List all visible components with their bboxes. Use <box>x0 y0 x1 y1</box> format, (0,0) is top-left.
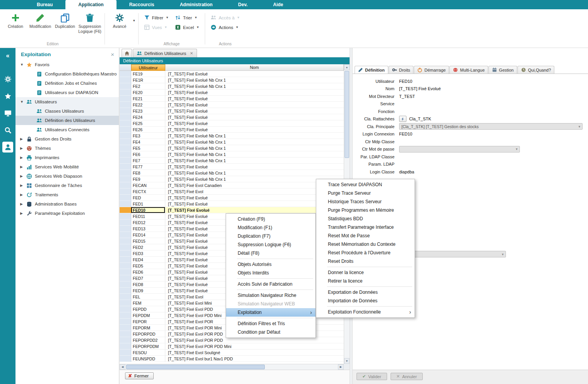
tree-item-gestion-des-droits[interactable]: ▶Gestion des Droits <box>15 134 119 144</box>
menu-item-simulation-navigateur-web[interactable]: Simulation Navigateur WEB <box>226 300 315 308</box>
select-cla-principale[interactable]: [Cla_T_STK] [T_TEST] Gestion des stocks▾ <box>399 123 583 130</box>
vues-button[interactable]: Vues▼ <box>144 24 169 30</box>
tab-definition-utilisateurs[interactable]: Définition Utilisateurs × <box>133 49 197 57</box>
chevron-down-icon[interactable]: ▼ <box>20 100 26 104</box>
table-row[interactable]: FE1R[T_TEST] Fixé Evolué Nb Cnx 1 <box>120 77 344 83</box>
chevron-right-icon[interactable]: ▶ <box>20 174 26 178</box>
tree-item-services-web-diapason[interactable]: ▶Services Web Diapason <box>15 171 119 181</box>
table-row[interactable]: FE7[T_TEST] Fixé Evolué Nb Cnx 1 <box>120 158 344 164</box>
horizontal-scrollbar[interactable]: ◀ ▶ <box>120 364 344 370</box>
menu-item-modification-f1[interactable]: Modification (F1) <box>226 223 315 232</box>
menubar-item-administration[interactable]: Administration <box>167 0 225 9</box>
fermer-button[interactable]: ✘ Fermer <box>125 372 154 379</box>
valider-button[interactable]: ✔ Valider <box>357 373 387 380</box>
creation-button[interactable]: Création <box>3 11 28 30</box>
table-row[interactable]: FE2[T_TEST] Fixé Evolué Nb Cnx 1 <box>120 83 344 89</box>
chevron-right-icon[interactable]: ▶ <box>20 183 26 187</box>
tab-home[interactable] <box>122 49 132 57</box>
table-row[interactable]: FE23[T_TEST] Fixé Evolué <box>120 108 344 114</box>
submenu-item-reset-droits[interactable]: Reset Droits <box>316 257 415 266</box>
menubar-item-aide[interactable]: Aide <box>261 0 296 9</box>
table-row[interactable]: FECAN[T_TEST] Fixé Evol Canadien <box>120 182 344 189</box>
chevron-right-icon[interactable]: ▶ <box>20 211 26 215</box>
menu-item-detail-f8[interactable]: Détail (F8) <box>226 249 315 257</box>
table-row[interactable]: FE24[T_TEST] Fixé Evolué <box>120 114 344 120</box>
collapse-panel-icon[interactable]: « <box>2 50 13 61</box>
tree-item-utilisateurs-sur-diapason[interactable]: Utilisateurs sur DIAPASON <box>15 88 119 97</box>
table-row[interactable]: FE21[T_TEST] Fixé Evolué <box>120 96 344 102</box>
scroll-left-icon[interactable]: ◀ <box>120 364 125 370</box>
submenu-item-importation-de-donnees[interactable]: Importation de Données <box>316 297 415 305</box>
menubar-item-application[interactable]: Application <box>65 0 116 9</box>
tree-item-configuration-bibliotheques-maestro[interactable]: Configuration Bibliothèques Maestro <box>15 69 119 79</box>
chevron-right-icon[interactable]: ▶ <box>20 165 26 169</box>
table-row[interactable]: FE8[T_TEST] Fixé Evolué Nb Cnx 1 <box>120 170 344 176</box>
submenu-item-transfert-parametrage-interface[interactable]: Transfert Parametrage Interface <box>316 223 415 231</box>
filtrer-button[interactable]: Filtrer▼ <box>144 15 169 21</box>
tab-multi-langue[interactable]: Multi-Langue <box>449 66 488 74</box>
chevron-right-icon[interactable]: ▶ <box>20 202 26 206</box>
table-row[interactable]: FE9[T_TEST] Fixé Evolué Nb Cnx 1 <box>120 176 344 182</box>
table-row[interactable]: FESOU[T_TEST] Fixé Evol Souligné <box>120 350 344 356</box>
table-row[interactable]: FEPORPDD2[T_TEST] Fixé Evol POR PDD <box>120 337 344 343</box>
table-row[interactable]: FECTX[T_TEST] Fixé Evol <box>120 189 344 195</box>
menu-item-suppression-logique-f6[interactable]: Suppression Logique (F6) <box>226 240 315 249</box>
tab-definition[interactable]: Définition <box>355 66 388 74</box>
table-row[interactable]: FE22[T_TEST] Fixé Evolué <box>120 102 344 108</box>
table-row[interactable]: FE4[T_TEST] Fixé Evolué Nb Cnx 1 <box>120 139 344 145</box>
close-tab-icon[interactable]: × <box>190 51 193 56</box>
table-row[interactable]: FE6[T_TEST] Fixé Evolué Nb Cnx 1 <box>120 151 344 158</box>
table-row[interactable]: FE3[T_TEST] Fixé Evolué Nb Cnx 1 <box>120 133 344 139</box>
chevron-right-icon[interactable]: ▶ <box>20 146 26 150</box>
chevron-right-icon[interactable]: ▶ <box>20 193 26 197</box>
tree-item-utilisateurs[interactable]: ▼Utilisateurs <box>15 97 119 106</box>
chevron-down-icon[interactable]: ▾ <box>133 19 135 22</box>
menubar-item-bureau[interactable]: Bureau <box>24 0 65 9</box>
menubar-item-dev[interactable]: Dev. <box>225 0 260 9</box>
table-row[interactable]: FE20[T_TEST] Fixé Evolué <box>120 89 344 96</box>
submenu-item-reset-memorisation-du-contexte[interactable]: Reset Mémorisation du Contexte <box>316 240 415 249</box>
classes-picker-button[interactable] <box>399 116 406 122</box>
header-utilisateur[interactable]: Utilisateur <box>131 64 165 71</box>
tab-qui-quand[interactable]: Qui,Quand? <box>518 66 554 74</box>
header-nom[interactable]: Nom <box>165 64 344 71</box>
menu-item-duplication-f7[interactable]: Duplication (F7) <box>226 232 315 240</box>
submenu-item-reset-procedure-a-l-ouverture[interactable]: Reset Procédure à l'Ouverture <box>316 249 415 257</box>
horizontal-scroll-thumb[interactable] <box>126 365 265 369</box>
extra-select[interactable]: ▾ <box>399 251 506 257</box>
chevron-down-icon[interactable]: ▼ <box>20 63 26 67</box>
tree-item-gestionnaire-de-taches[interactable]: ▶Gestionnaire de Tâches <box>15 181 119 190</box>
table-row[interactable]: FE26[T_TEST] Fixé Evolué <box>120 127 344 133</box>
table-row-selected[interactable]: FED10[T_TEST] Fixé Evolué <box>120 207 344 213</box>
table-row[interactable]: FED1[T_TEST] Fixé Evolué <box>120 201 344 207</box>
submenu-item-purge-programmes-en-memoire[interactable]: Purge Programmes en Mémoire <box>316 206 415 214</box>
scroll-right-icon[interactable]: ▶ <box>338 364 344 370</box>
chevron-right-icon[interactable]: ▶ <box>20 156 26 159</box>
tree-item-imprimantes[interactable]: ▶Imprimantes <box>15 153 119 162</box>
tab-droits[interactable]: Droits <box>389 66 414 74</box>
submenu-item-historique-traces-serveur[interactable]: Historique Traces Serveur <box>316 197 415 206</box>
tab-demarrage[interactable]: Démarrage <box>414 66 449 74</box>
tree-item-parametrage-exploitation[interactable]: ▶Paramétrage Exploitation <box>15 209 119 218</box>
vertical-scroll-thumb[interactable] <box>345 71 349 158</box>
tree-item-themes[interactable]: ▶Thèmes <box>15 144 119 153</box>
close-icon[interactable]: × <box>111 51 114 57</box>
tree-item-administration-bases[interactable]: ▶Administration Bases <box>15 199 119 209</box>
modification-button[interactable]: Modification <box>28 11 53 30</box>
actions-button[interactable]: Actions▼ <box>211 24 240 30</box>
menu-item-objets-interdits[interactable]: Objets Interdits <box>226 269 315 277</box>
trier-button[interactable]: Trier▼ <box>175 15 199 21</box>
star-icon[interactable] <box>2 91 13 101</box>
table-row[interactable]: FE77[T_TEST] Fixé Evolué <box>120 164 344 170</box>
menu-item-simulation-navigateur-riche[interactable]: Simulation Navigateur Riche <box>226 291 315 300</box>
menu-item-acces-suivi-de-fabrication[interactable]: Accès Suivi de Fabrication <box>226 280 315 288</box>
table-row[interactable]: FEPORPDDM[T_TEST] Fixé Evol POR PDD Mini <box>120 343 344 350</box>
annuler-button[interactable]: ✕ Annuler <box>391 373 423 380</box>
scroll-up-icon[interactable]: ▲ <box>344 64 350 70</box>
table-row[interactable]: FE5[T_TEST] Fixé Evolué Nb Cnx 1 <box>120 145 344 151</box>
submenu-item-purge-trace-serveur[interactable]: Purge Trace Serveur <box>316 189 415 197</box>
gear-icon[interactable] <box>2 74 13 84</box>
tree-item-classes-utilisateurs[interactable]: Classes Utilisateurs <box>15 106 119 116</box>
avance-button[interactable]: Avancé <box>107 11 132 30</box>
submenu-item-exportation-de-donnees[interactable]: Exportation de Données <box>316 288 415 297</box>
